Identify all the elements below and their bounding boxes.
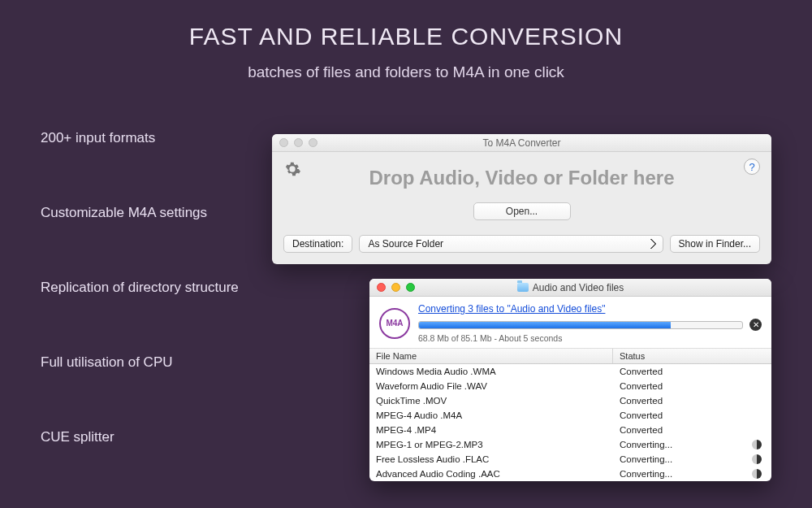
table-row[interactable]: MPEG-4 .MP4Converted	[369, 423, 771, 437]
file-name-cell: Waveform Audio File .WAV	[369, 379, 613, 393]
status-text: Converted	[620, 410, 663, 420]
drop-zone-text[interactable]: Drop Audio, Video or Folder here	[283, 167, 760, 189]
status-cell: Converting...	[613, 452, 771, 466]
page-subtitle: batches of files and folders to M4A in o…	[0, 63, 812, 81]
progress-fill	[419, 322, 671, 328]
file-name-cell: Free Lossless Audio .FLAC	[369, 452, 613, 466]
column-status[interactable]: Status	[613, 349, 771, 363]
status-text: Converted	[620, 425, 663, 435]
file-name-cell: MPEG-1 or MPEG-2.MP3	[369, 437, 613, 451]
status-cell: Converted	[613, 408, 771, 422]
status-text: Converting...	[620, 440, 672, 449]
format-badge: M4A	[379, 308, 410, 339]
feature-item: Customizable M4A settings	[41, 205, 239, 221]
spinner-icon	[752, 469, 762, 479]
table-row[interactable]: MPEG-4 Audio .M4AConverted	[369, 408, 771, 423]
show-in-finder-button[interactable]: Show in Finder...	[670, 235, 760, 253]
window-title-text: Audio and Video files	[533, 282, 624, 293]
window-title: To M4A Converter	[272, 137, 771, 149]
cancel-button[interactable]: ✕	[749, 319, 762, 331]
table-body: Windows Media Audio .WMAConvertedWavefor…	[369, 364, 771, 481]
status-text: Converted	[620, 367, 663, 376]
table-row[interactable]: Free Lossless Audio .FLACConverting...	[369, 452, 771, 467]
table-row[interactable]: Waveform Audio File .WAVConverted	[369, 379, 771, 393]
page-title: FAST AND RELIABLE CONVERSION	[0, 23, 812, 50]
file-name-cell: QuickTime .MOV	[369, 393, 613, 407]
feature-item: Replication of directory structure	[41, 280, 239, 296]
gear-icon[interactable]	[283, 160, 301, 178]
folder-icon	[517, 283, 529, 292]
table-row[interactable]: MPEG-1 or MPEG-2.MP3Converting...	[369, 437, 771, 452]
help-button[interactable]: ?	[744, 158, 760, 175]
close-icon: ✕	[753, 321, 759, 329]
status-cell: Converting...	[613, 437, 771, 451]
table-row[interactable]: Advanced Audio Coding .AACConverting...	[369, 467, 771, 481]
progress-bar	[418, 321, 743, 329]
file-name-cell: Windows Media Audio .WMA	[369, 364, 613, 378]
window-titlebar[interactable]: To M4A Converter	[272, 134, 771, 152]
file-name-cell: Advanced Audio Coding .AAC	[369, 467, 613, 480]
status-cell: Converted	[613, 379, 771, 393]
status-text: Converting...	[620, 454, 672, 464]
status-cell: Converted	[613, 423, 771, 436]
hero-section: FAST AND RELIABLE CONVERSION batches of …	[0, 0, 812, 81]
table-row[interactable]: QuickTime .MOVConverted	[369, 393, 771, 408]
status-cell: Converted	[613, 393, 771, 407]
progress-window: Audio and Video files M4A Converting 3 f…	[369, 279, 771, 481]
table-header: File Name Status	[369, 349, 771, 364]
column-name[interactable]: File Name	[369, 349, 613, 363]
feature-item: CUE splitter	[41, 429, 239, 445]
progress-section: M4A Converting 3 files to "Audio and Vid…	[369, 297, 771, 349]
file-name-cell: MPEG-4 .MP4	[369, 423, 613, 436]
status-cell: Converted	[613, 364, 771, 378]
status-text: Converting...	[620, 469, 672, 479]
help-icon: ?	[749, 161, 754, 173]
conversion-link[interactable]: Converting 3 files to "Audio and Video f…	[418, 303, 605, 315]
converter-window: To M4A Converter ? Drop Audio, Video or …	[272, 134, 771, 264]
spinner-icon	[752, 440, 762, 449]
destination-button[interactable]: Destination:	[283, 235, 352, 253]
spinner-icon	[752, 454, 762, 464]
open-button[interactable]: Open...	[473, 202, 571, 220]
window-title: Audio and Video files	[369, 282, 771, 293]
status-cell: Converting...	[613, 467, 771, 480]
file-name-cell: MPEG-4 Audio .M4A	[369, 408, 613, 422]
status-text: Converted	[620, 381, 663, 391]
progress-info: 68.8 Mb of 85.1 Mb - About 5 seconds	[418, 333, 762, 343]
table-row[interactable]: Windows Media Audio .WMAConverted	[369, 364, 771, 379]
destination-select[interactable]: As Source Folder	[359, 235, 663, 253]
window-titlebar[interactable]: Audio and Video files	[369, 279, 771, 297]
status-text: Converted	[620, 396, 663, 406]
feature-list: 200+ input formats Customizable M4A sett…	[41, 130, 239, 445]
feature-item: Full utilisation of CPU	[41, 354, 239, 371]
feature-item: 200+ input formats	[41, 130, 239, 146]
